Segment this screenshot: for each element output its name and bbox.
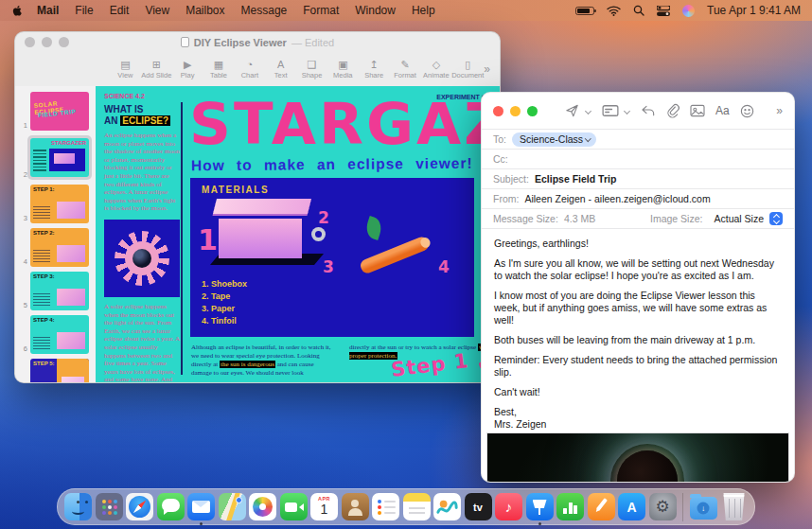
table-button[interactable]: ▦Table: [203, 59, 235, 79]
insert-photo-button[interactable]: [690, 104, 705, 117]
emoji-button[interactable]: [740, 104, 754, 118]
to-field[interactable]: To: Science-Class: [482, 129, 794, 149]
apple-menu-icon[interactable]: [11, 4, 24, 17]
media-button[interactable]: ▣Media: [327, 59, 359, 79]
menu-format[interactable]: Format: [303, 4, 339, 17]
animate-button[interactable]: ◇Animate: [420, 59, 451, 79]
view-button[interactable]: ▤View: [110, 59, 141, 79]
dock-trash-icon[interactable]: [720, 493, 748, 520]
dock-reminders-icon[interactable]: [372, 493, 399, 520]
slide-canvas[interactable]: SCIENCE 4.2 EXPERIMENT #11 WHAT IS AN EC…: [96, 86, 500, 382]
send-button[interactable]: [564, 103, 580, 118]
dock-downloads-icon[interactable]: ↓: [690, 497, 717, 520]
search-icon[interactable]: [633, 5, 644, 16]
zoom-button[interactable]: [527, 106, 538, 116]
slide-title: STARGAZER: [189, 90, 500, 157]
close-button[interactable]: [493, 106, 503, 116]
recipient-token[interactable]: Science-Class: [512, 132, 596, 147]
text-button[interactable]: AText: [265, 59, 296, 79]
keynote-window-title: DIY Eclipse Viewer: [194, 37, 287, 48]
dock-safari-icon[interactable]: [126, 493, 153, 520]
shape-icon: ❑: [308, 59, 317, 70]
dock-mail-icon[interactable]: [187, 493, 215, 520]
slide-6-thumbnail[interactable]: STEP 4:: [30, 315, 89, 354]
send-options-chevron[interactable]: [585, 108, 591, 115]
slide-4-thumbnail[interactable]: STEP 2:: [30, 228, 89, 267]
dock-messages-icon[interactable]: [157, 493, 185, 520]
menu-help[interactable]: Help: [412, 4, 435, 17]
message-size-value: 4.3 MB: [564, 213, 595, 224]
format-brush-icon: ✎: [400, 59, 409, 70]
slide-number: 6: [17, 344, 30, 354]
menu-app-name[interactable]: Mail: [37, 4, 59, 17]
add-slide-button[interactable]: ⊞Add Slide: [141, 59, 172, 79]
dock-contacts-icon[interactable]: [342, 493, 369, 520]
dock-maps-icon[interactable]: [219, 493, 246, 520]
shape-button[interactable]: ❑Shape: [296, 59, 327, 79]
menu-file[interactable]: File: [75, 4, 93, 17]
dock-launchpad-icon[interactable]: [96, 493, 123, 520]
slide-7-thumbnail[interactable]: STEP 5:: [30, 359, 89, 382]
menu-view[interactable]: View: [145, 4, 169, 17]
dock-notes-icon[interactable]: [403, 493, 431, 520]
dock-photos-icon[interactable]: [249, 493, 276, 520]
slide-paragraph-1: An eclipse happens when a moon or planet…: [104, 132, 180, 213]
dock-keynote-icon[interactable]: [526, 493, 554, 520]
battery-icon[interactable]: [575, 7, 594, 15]
document-icon: ▯: [465, 59, 470, 70]
mail-compose-window: Aa » To: Science-Class Cc: Subject: Ecli…: [481, 92, 795, 483]
media-icon: ▣: [338, 59, 347, 70]
keynote-titlebar[interactable]: DIY Eclipse Viewer — Edited: [15, 32, 500, 52]
cc-label: Cc:: [493, 153, 508, 165]
subject-field[interactable]: Subject: Eclipse Field Trip: [482, 168, 794, 188]
dock-system-settings-icon[interactable]: ⚙: [649, 493, 677, 520]
format-button[interactable]: Aa: [715, 104, 730, 117]
eclipse-photo-attachment[interactable]: [486, 432, 789, 483]
apple-intelligence-icon[interactable]: [682, 5, 695, 17]
mail-toolbar-overflow-button[interactable]: »: [776, 104, 783, 117]
menu-message[interactable]: Message: [241, 4, 288, 17]
dock-finder-icon[interactable]: [64, 493, 92, 520]
dock-music-icon[interactable]: ♪: [495, 493, 522, 520]
dock-facetime-icon[interactable]: [280, 493, 308, 520]
document-proxy-icon: [181, 37, 189, 47]
menu-window[interactable]: Window: [355, 4, 396, 17]
body-paragraph: Greetings, earthlings!: [494, 238, 782, 250]
slide-5-thumbnail[interactable]: STEP 3:: [30, 272, 89, 310]
slide-1-thumbnail[interactable]: SOLAR ECLIPSE FIELD TRIP: [30, 92, 89, 131]
view-icon: ▤: [120, 59, 130, 70]
from-field[interactable]: From: Aileen Zeigen - aileen.zeigen@iclo…: [482, 188, 794, 208]
attach-button[interactable]: [666, 103, 680, 118]
share-button[interactable]: ↥Share: [359, 59, 390, 79]
from-value: Aileen Zeigen - aileen.zeigen@icloud.com: [524, 193, 710, 204]
play-button[interactable]: ▶Play: [172, 59, 203, 79]
header-fields-button[interactable]: [602, 104, 619, 117]
format-button[interactable]: ✎Format: [390, 59, 421, 79]
image-size-dropdown[interactable]: [769, 212, 783, 225]
slide-2-thumbnail[interactable]: STARGAZER: [30, 138, 89, 177]
dock-pages-icon[interactable]: [588, 493, 615, 520]
menu-mailbox[interactable]: Mailbox: [185, 4, 224, 17]
dock-apple-tv-icon[interactable]: tv: [465, 493, 492, 520]
slide-thumbnail-row: 5 STEP 3:: [17, 272, 92, 310]
undo-icon[interactable]: [641, 104, 656, 117]
menu-bar-clock[interactable]: Tue Apr 1 9:41 AM: [707, 4, 801, 17]
dock-numbers-icon[interactable]: [556, 493, 584, 520]
minimize-button[interactable]: [510, 106, 521, 116]
dock-app-store-icon[interactable]: A: [618, 493, 645, 520]
slide-paragraph-2: A solar eclipse happens when the moon bl…: [104, 303, 180, 382]
cc-field[interactable]: Cc:: [482, 149, 794, 168]
message-body[interactable]: Greetings, earthlings! As I'm sure you a…: [482, 228, 794, 431]
dock-freeform-icon[interactable]: [433, 493, 461, 520]
mail-toolbar[interactable]: Aa »: [482, 93, 794, 129]
chart-button[interactable]: ◔Chart: [234, 59, 265, 79]
header-fields-chevron[interactable]: [624, 108, 630, 115]
keynote-toolbar-overflow-button[interactable]: »: [484, 62, 490, 76]
slide-3-thumbnail[interactable]: STEP 1:: [30, 185, 89, 223]
menu-edit[interactable]: Edit: [110, 4, 130, 17]
art-number-3: 3: [323, 257, 334, 276]
control-center-icon[interactable]: [657, 6, 670, 16]
dock-calendar-icon[interactable]: APR 1: [310, 493, 338, 520]
document-button[interactable]: ▯Document: [451, 59, 484, 79]
wifi-icon[interactable]: [607, 6, 621, 16]
